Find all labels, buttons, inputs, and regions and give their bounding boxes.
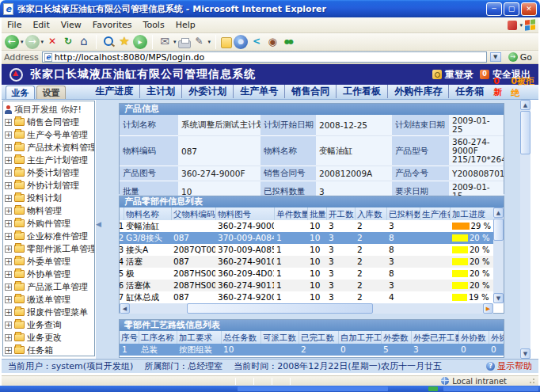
tree-item[interactable]: + 缴送单管理 xyxy=(5,293,94,306)
column-header[interactable]: 物料名称 xyxy=(124,207,171,220)
scroll-up-icon[interactable]: ▲ xyxy=(520,100,530,110)
column-header[interactable]: 外协数 xyxy=(458,331,489,344)
splitter-collapse-icon[interactable]: ◀ xyxy=(96,220,101,228)
scroll-thumb[interactable] xyxy=(520,111,530,154)
parts-row[interactable]: 3 接头A 2087QT002 370-009-A0850 1 10 3 2 8 xyxy=(120,244,493,256)
parts-row[interactable]: 2 G3/8接头 087 370-009-A0840 1 10 3 2 8 xyxy=(120,232,493,244)
column-header[interactable]: 开工数 xyxy=(326,207,355,220)
tree-item[interactable]: + 外协单管理 xyxy=(5,268,94,280)
badge-new[interactable]: 0新 xyxy=(493,76,506,98)
menu-item[interactable]: Help xyxy=(170,18,201,32)
back-caret-icon[interactable]: ▾ xyxy=(21,39,24,45)
parts-row[interactable]: 6 活塞体 2087HS002 360-274-9011W 1 10 3 2 3 xyxy=(120,280,493,291)
scroll-right-icon[interactable]: ▶ xyxy=(483,303,493,314)
column-header[interactable]: 自加工开工数 xyxy=(338,331,381,344)
column-header[interactable]: 生产准备 xyxy=(420,207,450,220)
edit-caret-icon[interactable]: ▾ xyxy=(208,39,211,45)
print-icon[interactable] xyxy=(178,40,191,48)
taskbar-tray[interactable] xyxy=(443,386,538,391)
edit-icon[interactable] xyxy=(192,35,207,49)
column-header[interactable]: 批量 xyxy=(307,207,326,220)
tree-item[interactable]: + 销售合同管理 xyxy=(5,116,94,128)
back-icon[interactable] xyxy=(5,35,19,49)
page-scrollbar[interactable]: ▲ ▼ xyxy=(520,100,530,359)
tree-item[interactable]: + 外委计划管理 xyxy=(5,166,94,179)
nav-link[interactable]: 生产单号 xyxy=(233,85,284,98)
expand-icon[interactable]: + xyxy=(5,284,12,291)
column-header[interactable]: 总任务数 xyxy=(221,331,260,344)
column-header[interactable]: 加工进度 xyxy=(450,207,493,220)
nav-link[interactable]: 外委计划 xyxy=(181,85,233,98)
quick-links-icon[interactable] xyxy=(249,35,264,49)
tab-business[interactable]: 业务 xyxy=(6,86,35,99)
column-header[interactable]: 外委数 xyxy=(381,331,411,344)
expand-icon[interactable]: + xyxy=(5,131,12,139)
address-dropdown-icon[interactable]: ▼ xyxy=(490,52,501,62)
forward-caret-icon[interactable]: ▾ xyxy=(41,39,44,45)
expand-icon[interactable]: + xyxy=(5,220,12,227)
column-header[interactable]: 物料图号 xyxy=(215,207,274,220)
expand-icon[interactable]: + xyxy=(5,182,12,189)
media-icon[interactable] xyxy=(133,35,147,49)
minimize-button[interactable]: ─ xyxy=(486,2,502,16)
addon-caret-icon[interactable]: ▾ xyxy=(519,22,523,29)
scroll-down-icon[interactable]: ▼ xyxy=(493,293,504,303)
menu-item[interactable]: Tools xyxy=(138,18,170,32)
menu-item[interactable]: View xyxy=(55,18,87,32)
scroll-up-icon[interactable]: ▲ xyxy=(493,207,504,218)
column-header[interactable]: 入库数 xyxy=(355,207,386,220)
tree-item[interactable]: + 投料计划 xyxy=(5,192,94,204)
expand-icon[interactable]: + xyxy=(5,296,12,303)
nav-link[interactable]: 外购件库存 xyxy=(387,85,448,98)
search-icon[interactable] xyxy=(101,35,116,49)
expand-icon[interactable]: + xyxy=(5,195,12,202)
mail-caret-icon[interactable]: ▾ xyxy=(173,39,177,45)
expand-icon[interactable]: + xyxy=(5,309,12,316)
tab-settings[interactable]: 设置 xyxy=(36,86,66,99)
tree-item[interactable]: + 主生产计划管理 xyxy=(5,154,94,166)
tree-item[interactable]: + 业务查询 xyxy=(5,318,94,331)
column-header[interactable]: 单件数量 xyxy=(274,207,307,220)
show-help-button[interactable]: ? 显示帮助 xyxy=(486,360,532,372)
close-button[interactable]: ✕ xyxy=(521,2,537,16)
go-button[interactable]: → Go xyxy=(504,52,536,63)
parts-row[interactable]: 7 缸体总成 087 360-274-9200F 1 10 3 2 4 xyxy=(120,291,493,303)
nav-link[interactable]: 工作看板 xyxy=(336,85,387,98)
expand-icon[interactable]: + xyxy=(5,334,12,341)
nav-link[interactable]: 生产进度 xyxy=(89,85,139,98)
stop-icon[interactable] xyxy=(45,35,59,49)
parts-horizontal-scrollbar[interactable]: ◀ ▶ xyxy=(120,303,493,314)
parts-row[interactable]: 4 活塞 087 360-274-9010F 1 10 3 2 3 xyxy=(120,256,493,268)
tree-item[interactable]: + 零部件派工单管理 xyxy=(5,242,94,255)
column-header[interactable]: 工序名称 xyxy=(139,331,177,344)
column-header[interactable]: 加工要求 xyxy=(177,331,221,344)
parts-row[interactable]: 5 极 2087HS002 360-209-4D010 1 10 3 2 8 xyxy=(120,268,493,280)
tree-item[interactable]: + 报废件管理菜单 xyxy=(5,306,94,318)
badge-rejected[interactable]: 0被拒绝 xyxy=(511,75,538,99)
forward-icon[interactable] xyxy=(25,35,40,49)
column-header[interactable]: 已投料数 xyxy=(386,207,420,220)
tree-item[interactable]: + 产品技术资料管理 xyxy=(5,141,94,154)
nav-link[interactable]: 销售合同 xyxy=(284,85,336,98)
mail-icon[interactable] xyxy=(158,35,172,49)
tree-item[interactable]: + 生产令号单管理 xyxy=(5,128,94,141)
column-header[interactable]: 外协已开工数 xyxy=(489,331,504,344)
scroll-down-icon[interactable]: ▼ xyxy=(520,348,530,359)
menu-item[interactable]: File xyxy=(2,18,27,32)
parts-vertical-scrollbar[interactable]: ▲ ▼ xyxy=(493,207,504,303)
msn-contacts-icon[interactable] xyxy=(281,35,295,49)
scroll-thumb[interactable] xyxy=(187,303,373,314)
expand-icon[interactable]: + xyxy=(5,169,12,177)
home-icon[interactable] xyxy=(77,35,91,49)
menu-item[interactable]: Favorites xyxy=(87,18,138,32)
nav-link[interactable]: 任务箱 xyxy=(448,85,490,98)
relogin-button[interactable]: 重登录 xyxy=(432,68,473,82)
column-header[interactable]: 已完工数 xyxy=(299,331,338,344)
expand-icon[interactable]: + xyxy=(5,322,12,329)
tree-item[interactable]: + 外购件管理 xyxy=(5,217,94,230)
column-header[interactable]: 父物料编码 xyxy=(171,207,215,220)
expand-icon[interactable]: + xyxy=(5,207,12,215)
expand-icon[interactable]: + xyxy=(5,347,12,354)
messenger-icon[interactable] xyxy=(234,35,248,49)
address-input[interactable]: e http://localhost:8080/MPS/login.do xyxy=(42,51,487,63)
